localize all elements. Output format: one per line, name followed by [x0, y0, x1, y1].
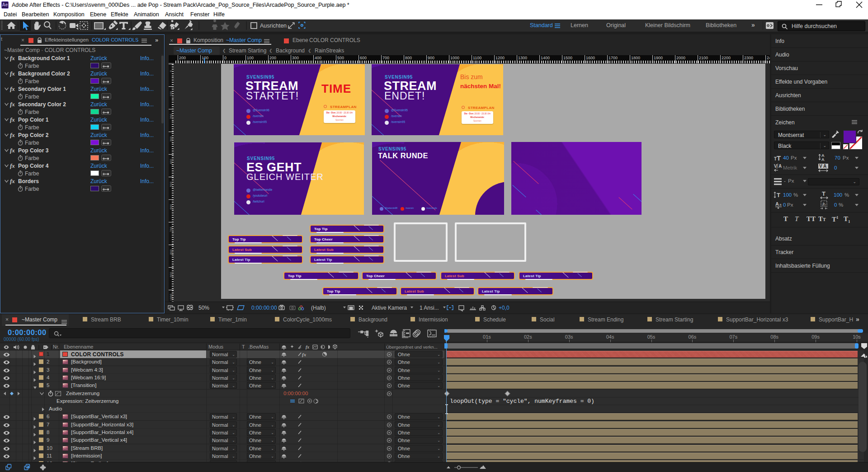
svg-text:A: A: [778, 164, 782, 169]
svg-text:Ausrichten: Ausrichten: [260, 23, 287, 29]
svg-text:A: A: [775, 201, 779, 207]
svg-text:fx: fx: [302, 352, 307, 357]
svg-text:fx: fx: [306, 345, 309, 349]
svg-text:V: V: [819, 164, 822, 169]
svg-text:a: a: [779, 203, 782, 207]
svg-text:V: V: [774, 164, 777, 169]
svg-text:あ: あ: [822, 202, 826, 206]
svg-text:T: T: [822, 191, 826, 197]
svg-text:A: A: [823, 164, 826, 169]
svg-text:T: T: [777, 192, 780, 198]
svg-text:T: T: [777, 154, 781, 161]
svg-text:A: A: [821, 157, 825, 162]
